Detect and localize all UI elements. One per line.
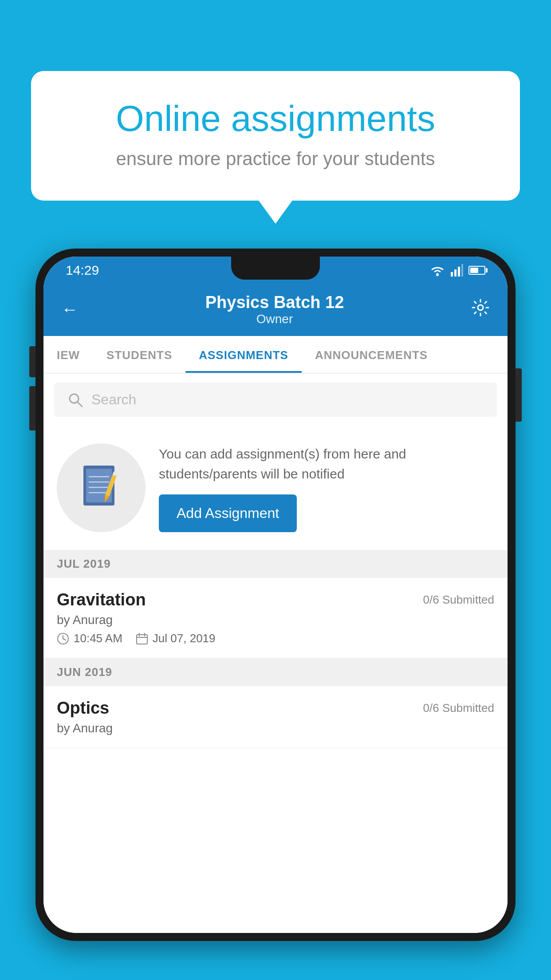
- meta-date: Jul 07, 2019: [136, 632, 216, 645]
- tab-announcements[interactable]: ANNOUNCEMENTS: [302, 336, 441, 373]
- tab-iew[interactable]: IEW: [43, 336, 93, 373]
- meta-row: 10:45 AM Jul 07, 2019: [57, 632, 494, 645]
- calendar-icon: [136, 632, 148, 645]
- status-time: 14:29: [66, 263, 99, 278]
- settings-button[interactable]: [471, 298, 490, 321]
- date-value: Jul 07, 2019: [153, 632, 216, 645]
- phone-wrapper: 14:29: [35, 249, 516, 980]
- phone-screen: 14:29: [43, 257, 508, 933]
- phone-outer: 14:29: [35, 249, 516, 941]
- add-assignment-section: You can add assignment(s) from here and …: [43, 426, 508, 550]
- tab-students[interactable]: STUDENTS: [93, 336, 185, 373]
- battery-icon: [468, 266, 485, 275]
- svg-rect-1: [451, 272, 453, 277]
- assignment-by-optics: by Anurag: [57, 721, 494, 735]
- svg-line-7: [78, 402, 82, 407]
- phone-notch: [231, 257, 320, 280]
- signal-icon: [451, 264, 463, 277]
- header-title: Physics Batch 12: [205, 293, 344, 312]
- section-header-jul: JUL 2019: [43, 550, 508, 578]
- svg-rect-3: [458, 267, 460, 277]
- section-header-jun: JUN 2019: [43, 658, 508, 686]
- power-button: [516, 368, 522, 422]
- back-button[interactable]: ←: [61, 300, 78, 319]
- speech-bubble-container: Online assignments ensure more practice …: [31, 71, 520, 201]
- assignment-name: Gravitation: [57, 590, 146, 609]
- speech-bubble: Online assignments ensure more practice …: [31, 71, 520, 201]
- search-icon: [67, 392, 83, 408]
- clock-icon: [57, 632, 69, 645]
- search-bar[interactable]: Search: [54, 383, 497, 417]
- time-value: 10:45 AM: [74, 632, 122, 645]
- gear-icon: [471, 298, 490, 317]
- meta-time: 10:45 AM: [57, 632, 122, 645]
- header-subtitle: Owner: [205, 312, 344, 326]
- wifi-icon: [429, 264, 445, 277]
- assignment-by: by Anurag: [57, 613, 494, 627]
- assignment-name-optics: Optics: [57, 699, 109, 718]
- bubble-subtitle: ensure more practice for your students: [62, 148, 489, 170]
- assignment-submitted-optics: 0/6 Submitted: [423, 701, 494, 715]
- assignment-icon-circle: [57, 443, 146, 532]
- tab-assignments[interactable]: ASSIGNMENTS: [185, 336, 302, 373]
- assignment-submitted: 0/6 Submitted: [423, 593, 494, 607]
- status-icons: [429, 264, 485, 277]
- header-center: Physics Batch 12 Owner: [205, 293, 344, 326]
- assignment-item-gravitation[interactable]: Gravitation 0/6 Submitted by Anurag 10:4…: [43, 578, 508, 658]
- assignment-row-top: Gravitation 0/6 Submitted: [57, 590, 494, 609]
- volume-down-button: [29, 386, 35, 431]
- notebook-icon: [79, 463, 123, 512]
- assignment-item-optics[interactable]: Optics 0/6 Submitted by Anurag: [43, 686, 508, 748]
- volume-up-button: [29, 346, 35, 377]
- assignment-row-top-optics: Optics 0/6 Submitted: [57, 699, 494, 718]
- add-assignment-right: You can add assignment(s) from here and …: [159, 444, 494, 532]
- app-header: ← Physics Batch 12 Owner: [43, 284, 508, 336]
- tabs-container: IEW STUDENTS ASSIGNMENTS ANNOUNCEMENTS: [43, 336, 508, 374]
- add-assignment-desc: You can add assignment(s) from here and …: [159, 444, 494, 484]
- content-area: Search: [43, 374, 508, 933]
- svg-line-19: [63, 639, 66, 640]
- svg-rect-4: [461, 264, 463, 277]
- svg-point-0: [436, 273, 439, 276]
- svg-point-5: [478, 305, 483, 310]
- svg-rect-20: [137, 635, 147, 644]
- add-assignment-button[interactable]: Add Assignment: [159, 494, 297, 532]
- search-bar-container: Search: [43, 374, 508, 426]
- search-placeholder: Search: [91, 391, 136, 408]
- svg-rect-2: [454, 269, 457, 277]
- bubble-title: Online assignments: [62, 98, 489, 139]
